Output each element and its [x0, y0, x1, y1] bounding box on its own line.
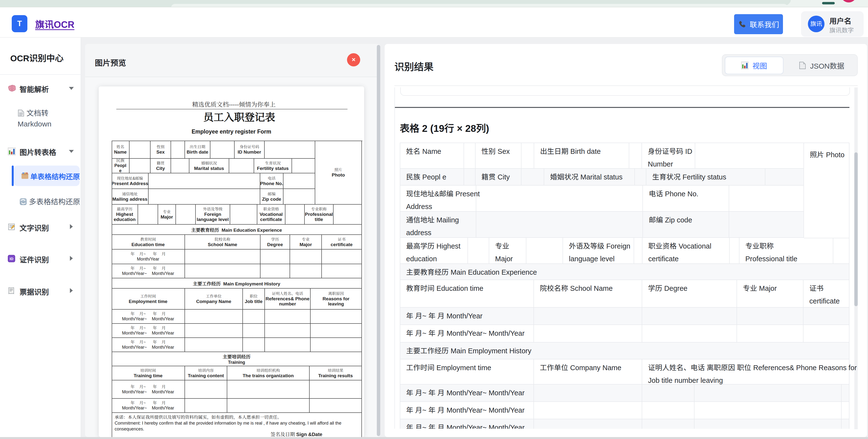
svg-text:ID: ID	[10, 257, 13, 261]
